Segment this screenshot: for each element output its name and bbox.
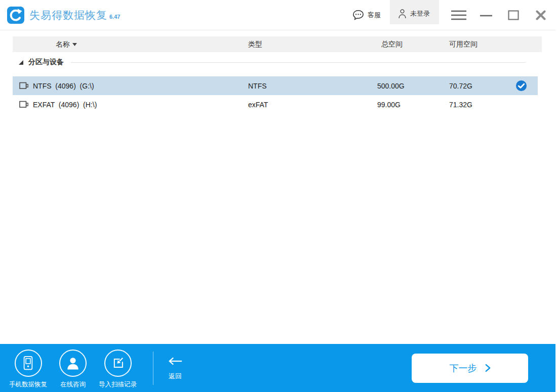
next-chevron-icon <box>485 364 491 372</box>
app-version: 6.47 <box>109 14 120 20</box>
partition-free: 71.32G <box>449 101 511 109</box>
chat-bubble-icon <box>352 10 364 20</box>
next-step-button[interactable]: 下一步 <box>412 354 528 383</box>
app-logo-recovery-icon <box>7 7 24 24</box>
check-circle-icon <box>515 80 527 92</box>
back-arrow-icon <box>168 357 183 366</box>
login-status-label: 未登录 <box>410 9 430 18</box>
partition-name-cell: NTFS (4096) (G:\) <box>13 82 248 90</box>
selection-cell[interactable] <box>511 80 538 92</box>
partition-list: NTFS (4096) (G:\) NTFS 500.00G 70.72G EX… <box>13 76 538 114</box>
minimize-icon <box>480 10 492 21</box>
phone-icon <box>15 350 42 377</box>
phone-recovery-label: 手机数据恢复 <box>9 380 47 389</box>
menu-icon <box>451 10 466 21</box>
column-header-total[interactable]: 总空间 <box>377 40 449 49</box>
minimize-button[interactable] <box>479 8 494 23</box>
column-header-name[interactable]: 名称 <box>13 40 248 49</box>
user-icon <box>398 9 407 19</box>
section-partitions-devices[interactable]: 分区与设备 <box>13 56 542 69</box>
footer-actions: 手机数据恢复 在线咨询 <box>0 347 183 389</box>
menu-button[interactable] <box>451 8 466 23</box>
close-button[interactable] <box>533 8 548 23</box>
online-consult-button[interactable]: 在线咨询 <box>59 350 87 389</box>
column-header-type[interactable]: 类型 <box>248 40 377 49</box>
column-header-name-label: 名称 <box>56 40 70 49</box>
back-button[interactable]: 返回 <box>168 357 183 381</box>
titlebar: 失易得数据恢复 6.47 客服 未登录 <box>0 0 555 30</box>
page-title: 失易得数据恢复 6.47 <box>29 8 120 22</box>
app-title: 失易得数据恢复 <box>29 8 107 22</box>
footer-divider <box>153 352 153 385</box>
customer-service-button[interactable]: 客服 <box>345 10 388 20</box>
tree-expanded-icon <box>19 60 23 65</box>
maximize-icon <box>508 10 519 20</box>
partition-name: EXFAT (4096) (H:\) <box>33 101 97 109</box>
partition-type: NTFS <box>248 82 377 90</box>
section-divider <box>71 62 526 63</box>
partition-type: exFAT <box>248 101 377 109</box>
customer-service-label: 客服 <box>368 11 381 20</box>
column-header-free[interactable]: 可用空间 <box>449 40 542 49</box>
drive-icon <box>19 101 29 108</box>
login-button[interactable]: 未登录 <box>390 0 439 24</box>
close-icon <box>536 10 546 20</box>
online-consult-label: 在线咨询 <box>60 380 86 389</box>
table-header: 名称 类型 总空间 可用空间 <box>13 36 542 52</box>
maximize-button[interactable] <box>506 8 521 23</box>
footer-bar: 手机数据恢复 在线咨询 <box>0 344 555 392</box>
phone-recovery-button[interactable]: 手机数据恢复 <box>9 350 47 389</box>
sort-arrow-icon <box>72 43 77 46</box>
import-scan-record-button[interactable]: 导入扫描记录 <box>99 350 137 389</box>
back-label: 返回 <box>169 372 182 381</box>
table-row-partition-h[interactable]: EXFAT (4096) (H:\) exFAT 99.00G 71.32G <box>13 95 538 114</box>
person-icon <box>59 350 87 377</box>
table-row-partition-g[interactable]: NTFS (4096) (G:\) NTFS 500.00G 70.72G <box>13 76 538 95</box>
section-label: 分区与设备 <box>28 58 64 67</box>
partition-name: NTFS (4096) (G:\) <box>33 82 94 90</box>
titlebar-controls: 客服 未登录 <box>345 0 555 30</box>
partition-free: 70.72G <box>449 82 511 90</box>
partition-total: 99.00G <box>377 101 449 109</box>
next-step-label: 下一步 <box>450 362 477 374</box>
import-icon <box>104 350 132 377</box>
drive-icon <box>19 82 29 90</box>
app-window: 失易得数据恢复 6.47 客服 未登录 <box>0 0 555 392</box>
import-scan-record-label: 导入扫描记录 <box>99 380 137 389</box>
partition-name-cell: EXFAT (4096) (H:\) <box>13 101 248 109</box>
partition-total: 500.00G <box>377 82 449 90</box>
